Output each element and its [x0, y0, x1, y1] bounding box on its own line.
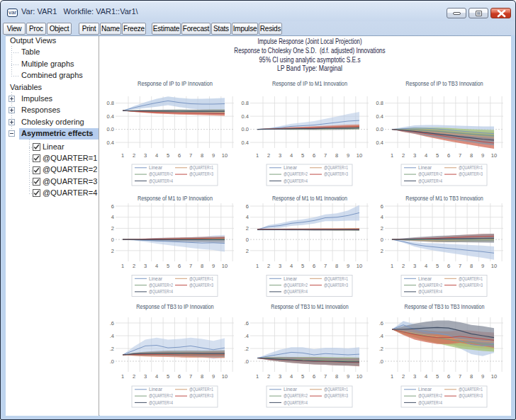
svg-text:.0: .0 [110, 358, 114, 365]
svg-text:4: 4 [381, 214, 383, 220]
svg-text:7: 7 [189, 373, 192, 380]
svg-text:9: 9 [212, 152, 215, 159]
svg-text:@QUARTER=4: @QUARTER=4 [149, 289, 173, 295]
svg-text:.0: .0 [245, 358, 249, 365]
svg-text:6: 6 [313, 263, 315, 269]
svg-text:10: 10 [222, 152, 228, 159]
svg-text:.4: .4 [245, 333, 249, 339]
svg-text:5: 5 [301, 373, 304, 380]
svg-text:@QUARTER=3: @QUARTER=3 [189, 283, 213, 288]
svg-text:@QUARTER=1: @QUARTER=1 [324, 165, 348, 171]
svg-text:Response of TB3 to M1 Innovati: Response of TB3 to M1 Innovation [271, 303, 349, 310]
svg-text:1: 1 [256, 373, 259, 380]
svg-text:Response of TB3 to TB3 Innovat: Response of TB3 to TB3 Innovation [405, 303, 485, 310]
svg-text:2: 2 [381, 248, 383, 254]
svg-text:@QUARTER=2: @QUARTER=2 [149, 283, 173, 288]
svg-text:Linear: Linear [418, 276, 432, 281]
svg-text:@QUARTER=1: @QUARTER=1 [324, 387, 348, 392]
svg-text:@QUARTER=4: @QUARTER=4 [418, 400, 442, 406]
svg-text:6: 6 [111, 203, 114, 210]
svg-text:@QUARTER=2: @QUARTER=2 [284, 393, 308, 399]
svg-text:.6: .6 [379, 320, 383, 327]
svg-text:6: 6 [178, 263, 181, 269]
svg-text:2: 2 [133, 263, 135, 269]
svg-text:5: 5 [301, 152, 304, 159]
svg-text:5: 5 [167, 152, 169, 159]
svg-text:7: 7 [189, 152, 192, 159]
svg-text:4: 4 [290, 373, 293, 380]
svg-text:@QUARTER=1: @QUARTER=1 [324, 276, 348, 282]
svg-text:0.4: 0.4 [242, 140, 249, 146]
svg-text:@QUARTER=2: @QUARTER=2 [284, 283, 308, 288]
svg-text:8: 8 [470, 373, 473, 380]
svg-text:0: 0 [381, 237, 383, 243]
svg-text:3: 3 [144, 152, 147, 159]
svg-text:4: 4 [425, 373, 427, 380]
svg-text:0.0: 0.0 [376, 126, 383, 132]
svg-text:Response of IP to M1 Innovatio: Response of IP to M1 Innovation [272, 80, 347, 87]
svg-text:3: 3 [413, 263, 416, 269]
svg-text:6: 6 [381, 203, 383, 210]
svg-text:.0: .0 [379, 358, 383, 365]
svg-text:.6: .6 [110, 320, 114, 327]
svg-text:3: 3 [279, 152, 281, 159]
svg-text:@QUARTER=4: @QUARTER=4 [284, 178, 308, 184]
svg-text:@QUARTER=1: @QUARTER=1 [189, 387, 213, 392]
svg-text:9: 9 [481, 152, 484, 159]
svg-text:4: 4 [425, 152, 427, 159]
svg-text:Response of M1 to TB3 Innovati: Response of M1 to TB3 Innovation [405, 195, 483, 202]
svg-text:8: 8 [335, 152, 338, 159]
svg-text:10: 10 [222, 263, 228, 269]
svg-text:@QUARTER=2: @QUARTER=2 [284, 171, 308, 177]
svg-text:4: 4 [111, 214, 114, 220]
svg-text:Linear: Linear [149, 276, 163, 281]
svg-text:Linear: Linear [149, 165, 163, 170]
svg-text:@QUARTER=3: @QUARTER=3 [459, 171, 483, 177]
svg-text:@QUARTER=3: @QUARTER=3 [324, 283, 348, 288]
svg-text:2: 2 [246, 248, 249, 254]
svg-text:@QUARTER=2: @QUARTER=2 [149, 393, 173, 399]
svg-text:@QUARTER=1: @QUARTER=1 [189, 276, 213, 282]
svg-text:7: 7 [324, 152, 327, 159]
svg-text:2: 2 [267, 152, 270, 159]
svg-text:2: 2 [402, 263, 405, 269]
svg-text:@QUARTER=2: @QUARTER=2 [149, 171, 173, 177]
svg-text:7: 7 [459, 152, 461, 159]
svg-text:0.4: 0.4 [376, 113, 383, 120]
svg-text:7: 7 [324, 263, 327, 269]
svg-text:@QUARTER=2: @QUARTER=2 [418, 283, 442, 288]
svg-text:5: 5 [436, 152, 439, 159]
svg-text:2: 2 [381, 225, 383, 232]
svg-text:.2: .2 [110, 346, 114, 352]
svg-text:1: 1 [391, 152, 393, 159]
svg-text:6: 6 [246, 203, 249, 210]
svg-text:@QUARTER=1: @QUARTER=1 [459, 165, 483, 171]
svg-text:.2: .2 [379, 346, 383, 352]
svg-text:4: 4 [290, 263, 293, 269]
svg-text:0.4: 0.4 [107, 113, 114, 120]
svg-text:0.8: 0.8 [376, 100, 383, 106]
svg-text:6: 6 [447, 373, 450, 380]
svg-text:@QUARTER=3: @QUARTER=3 [324, 393, 348, 399]
svg-text:.4: .4 [379, 333, 383, 339]
svg-text:3: 3 [413, 152, 416, 159]
svg-text:6: 6 [178, 152, 181, 159]
svg-text:Linear: Linear [284, 276, 298, 281]
svg-text:3: 3 [279, 263, 281, 269]
svg-text:6: 6 [447, 152, 450, 159]
svg-text:7: 7 [324, 373, 327, 380]
svg-text:@QUARTER=4: @QUARTER=4 [284, 400, 308, 406]
svg-text:Response of IP to IP Innovatio: Response of IP to IP Innovation [138, 80, 213, 87]
svg-text:8: 8 [470, 152, 473, 159]
svg-text:0.8: 0.8 [242, 100, 249, 106]
svg-text:4: 4 [155, 152, 158, 159]
svg-text:3: 3 [144, 373, 147, 380]
svg-text:.4: .4 [110, 333, 114, 339]
svg-text:1: 1 [391, 373, 393, 380]
svg-text:@QUARTER=3: @QUARTER=3 [459, 393, 483, 399]
svg-text:3: 3 [144, 263, 147, 269]
svg-text:0.4: 0.4 [107, 140, 114, 146]
svg-text:8: 8 [201, 263, 203, 269]
svg-text:2: 2 [246, 225, 249, 232]
svg-text:2: 2 [111, 248, 114, 254]
